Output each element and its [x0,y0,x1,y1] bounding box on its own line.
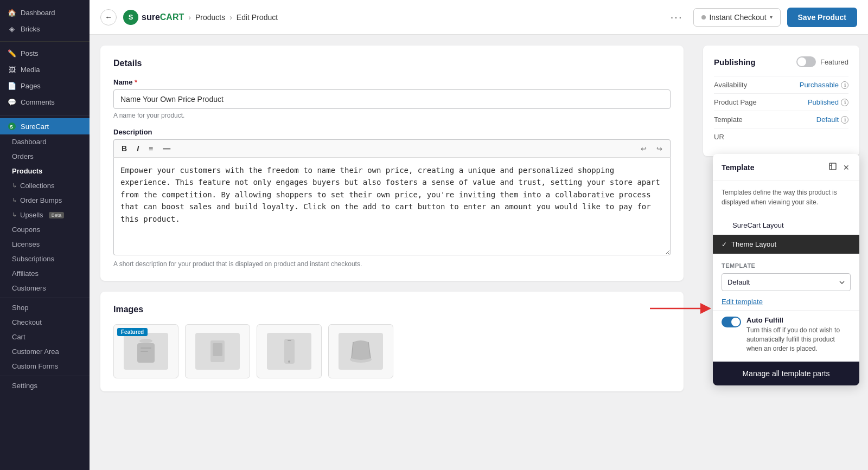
name-hint: A name for your product. [113,112,671,119]
popup-close-button[interactable]: ✕ [842,162,851,173]
sidebar-item-order-bumps[interactable]: ↳ Order Bumps [0,193,90,208]
dashboard-icon: 🏠 [8,8,16,17]
edit-template-link[interactable]: Edit template [713,295,859,310]
description-textarea[interactable]: Empower your customers with the freedom … [113,158,671,255]
autofulfill-title: Auto Fulfill [746,316,851,324]
bold-button[interactable]: B [119,143,129,154]
sidebar-item-checkout[interactable]: Checkout [0,315,90,330]
manage-template-parts-button[interactable]: Manage all template parts [713,362,859,385]
description-toolbar: B I ≡ — ↩ ↪ [113,139,671,158]
sidebar-item-customer-area[interactable]: Customer Area [0,344,90,359]
sidebar-item-subscriptions[interactable]: Subscriptions [0,252,90,266]
instant-checkout-button[interactable]: Instant Checkout ▾ [693,8,780,27]
popup-title: Template [722,163,754,172]
media-icon: 🖼 [8,65,16,74]
autofulfill-description: Turn this off if you do not wish to auto… [746,326,851,353]
sidebar-item-custom-forms[interactable]: Custom Forms [0,359,90,374]
name-label: Name * [113,78,671,86]
details-title: Details [113,59,671,68]
sidebar-item-products[interactable]: Products [0,164,90,178]
url-row: UR [714,128,848,145]
sidebar-item-sc-dashboard[interactable]: Dashboard [0,134,90,149]
instant-checkout-label: Instant Checkout [709,13,766,22]
surecart-icon: S [8,122,16,131]
sidebar-item-upsells[interactable]: ↳ Upsells Beta [0,208,90,222]
product-name-input[interactable] [113,89,671,109]
autofulfill-toggle[interactable] [722,317,741,327]
comments-icon: 💬 [8,98,16,106]
images-card: Images [100,292,684,391]
sidebar-item-licenses[interactable]: Licenses [0,237,90,252]
italic-button[interactable]: I [135,143,141,154]
dash-button[interactable]: — [161,143,173,154]
svg-rect-4 [141,347,151,349]
svg-rect-5 [141,351,148,352]
featured-label: Featured [820,58,848,66]
template-section-label: TEMPLATE [713,258,859,271]
surecart-logo: S sureCART [123,10,184,25]
availability-row: Availability Purchasable ℹ [714,76,848,93]
sidebar-item-dashboard[interactable]: 🏠 Dashboard [0,4,90,21]
template-popup: Template ✕ Templates define the way this… [713,154,859,385]
product-page-value[interactable]: Published ℹ [808,98,848,106]
publishing-title: Publishing [714,57,756,67]
topbar: ← S sureCART › Products › Edit Product ·… [90,0,868,35]
sidebar-item-customers[interactable]: Customers [0,281,90,295]
sidebar-item-settings[interactable]: Settings [0,378,90,393]
redo-button[interactable]: ↪ [654,144,665,154]
sidebar-item-comments[interactable]: 💬 Comments [0,94,90,110]
pages-icon: 📄 [8,81,16,90]
save-product-button[interactable]: Save Product [787,8,857,27]
left-panel: Details Name * A name for your product. … [90,35,694,470]
publishing-header: Publishing Featured [714,56,848,67]
template-select[interactable]: Default [722,273,851,291]
posts-icon: ✏️ [8,49,16,57]
svg-rect-3 [137,343,155,363]
sidebar-item-cart[interactable]: Cart [0,330,90,344]
image-thumb-3[interactable] [257,324,322,378]
breadcrumb: S sureCART › Products › Edit Product [123,10,278,25]
autofulfill-section: Auto Fulfill Turn this off if you do not… [713,310,859,359]
status-dot [701,15,706,20]
url-label: UR [714,133,724,141]
image-thumb-1[interactable] [113,324,178,378]
availability-value[interactable]: Purchasable ℹ [800,81,848,89]
back-button[interactable]: ← [100,9,117,25]
sidebar-item-bricks[interactable]: ◈ Bricks [0,21,90,37]
breadcrumb-edit-product: Edit Product [237,13,278,22]
product-page-info-icon: ℹ [841,99,848,106]
images-grid [113,324,671,378]
surecart-layout-option[interactable]: SureCart Layout [713,216,859,235]
template-value[interactable]: Default ℹ [816,115,848,124]
sidebar-item-orders[interactable]: Orders [0,149,90,164]
sidebar-item-media[interactable]: 🖼 Media [0,61,90,78]
sidebar-item-posts[interactable]: ✏️ Posts [0,45,90,61]
theme-layout-option[interactable]: ✓ Theme Layout [713,235,859,254]
popup-header: Template ✕ [713,154,859,181]
breadcrumb-products[interactable]: Products [195,13,225,22]
images-title: Images [113,305,671,314]
svg-rect-12 [829,163,836,170]
sidebar-item-shop[interactable]: Shop [0,300,90,315]
sidebar-item-surecart[interactable]: S SureCart [0,118,90,134]
sidebar-item-collections[interactable]: ↳ Collections [0,178,90,193]
main-area: ← S sureCART › Products › Edit Product ·… [90,0,868,470]
publishing-card: Publishing Featured Availability Purchas… [703,46,859,156]
undo-button[interactable]: ↩ [639,144,649,154]
template-label: Template [714,115,743,124]
image-thumb-2[interactable] [185,324,250,378]
sidebar-item-coupons[interactable]: Coupons [0,222,90,237]
sidebar-item-pages[interactable]: 📄 Pages [0,78,90,94]
image-thumb-4[interactable] [328,324,393,378]
align-button[interactable]: ≡ [146,143,155,154]
more-options-button[interactable]: ··· [666,9,687,25]
sidebar-item-affiliates[interactable]: Affiliates [0,266,90,281]
chevron-down-icon: ▾ [770,14,773,20]
featured-toggle[interactable] [796,56,816,67]
product-page-row: Product Page Published ℹ [714,93,848,111]
availability-label: Availability [714,81,747,89]
description-label: Description [113,128,671,136]
template-row: Template Default ℹ [714,111,848,128]
description-hint: A short description for your product tha… [113,260,671,268]
popup-expand-button[interactable] [828,162,838,173]
